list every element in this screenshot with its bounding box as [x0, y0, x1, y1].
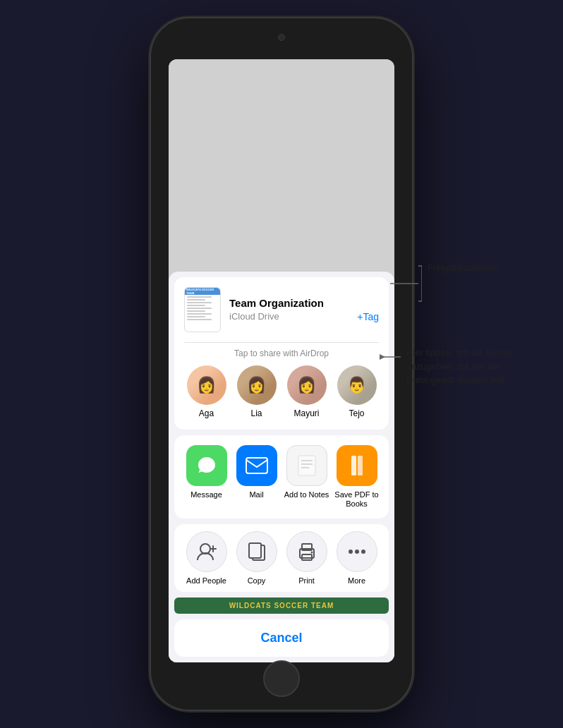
svg-point-15: [310, 552, 313, 554]
more-icon: [337, 531, 377, 572]
file-subtitle-row: iCloud Drive +Tag: [229, 311, 379, 322]
action-print[interactable]: Print: [283, 531, 331, 585]
callout-freigabe-text: Freigabeoptionen: [428, 261, 499, 275]
contact-name-aga: Aga: [199, 408, 214, 418]
svg-point-7: [200, 544, 210, 554]
mail-label: Mail: [249, 490, 263, 499]
thumbnail-line: [187, 305, 205, 306]
add-people-icon: [186, 531, 227, 572]
contact-avatar-mayuri: 👩: [287, 365, 327, 405]
file-subtitle: iCloud Drive: [229, 311, 279, 322]
avatar-aga-img: 👩: [187, 365, 226, 405]
share-option-mail[interactable]: Mail: [233, 445, 281, 499]
callout-person-text: Hier tippen, um die Person anzugeben, mi…: [406, 346, 521, 387]
contact-avatar-tejo: 👨: [337, 365, 377, 405]
action-more[interactable]: More: [333, 531, 381, 585]
avatar-tejo-img: 👨: [337, 365, 377, 405]
action-options-section: Add People Copy: [174, 524, 389, 592]
notes-icon: [286, 445, 327, 486]
copy-label: Copy: [248, 576, 266, 585]
screen: WILDCATS SOCCER TEAM: [169, 59, 394, 662]
thumbnail-content: [187, 296, 218, 329]
print-icon: [286, 531, 327, 572]
contact-aga[interactable]: 👩 Aga: [187, 365, 226, 418]
svg-rect-0: [246, 458, 267, 473]
share-options-section: Message Mail: [174, 435, 389, 518]
contact-mayuri[interactable]: 👩 Mayuri: [287, 365, 327, 418]
action-copy[interactable]: Copy: [233, 531, 281, 585]
share-option-books[interactable]: Save PDF to Books: [333, 445, 381, 509]
thumbnail-line: [187, 299, 205, 301]
print-label: Print: [298, 576, 315, 585]
home-button[interactable]: [263, 660, 300, 697]
file-header-section: WILDCATS SOCCER TEAM: [174, 277, 389, 430]
contact-avatar-aga: 👩: [187, 365, 226, 405]
contact-avatar-lia: 👩: [237, 365, 277, 405]
thumbnail-header: WILDCATS SOCCER TEAM: [185, 288, 220, 295]
share-option-message[interactable]: Message: [183, 445, 231, 499]
svg-point-16: [349, 550, 353, 554]
contact-lia[interactable]: 👩 Lia: [237, 365, 277, 418]
airdrop-contacts: 👩 Aga 👩 Lia 👩: [174, 365, 389, 424]
svg-rect-1: [298, 456, 315, 475]
svg-point-18: [361, 550, 365, 554]
thumbnail-line: [187, 310, 205, 312]
mail-icon: [236, 445, 277, 486]
wildcats-banner: WILDCATS SOCCER TEAM: [174, 597, 389, 614]
airdrop-label: Tap to share with AirDrop: [174, 348, 389, 358]
contact-name-lia: Lia: [250, 408, 262, 418]
books-icon: [337, 445, 377, 486]
thumbnail-line: [187, 319, 212, 320]
cancel-section: Cancel: [174, 619, 389, 657]
thumbnail-header-text: WILDCATS SOCCER TEAM: [186, 288, 219, 295]
file-header: WILDCATS SOCCER TEAM: [174, 277, 389, 342]
file-info: Team Organization iCloud Drive +Tag: [229, 297, 379, 322]
share-sheet: WILDCATS SOCCER TEAM: [169, 272, 394, 662]
add-people-label: Add People: [186, 576, 226, 585]
cancel-button[interactable]: Cancel: [174, 619, 389, 657]
books-label: Save PDF to Books: [333, 490, 381, 509]
svg-marker-21: [380, 354, 385, 360]
svg-rect-6: [358, 456, 363, 475]
svg-rect-5: [351, 456, 356, 475]
thumbnail-line: [187, 296, 212, 298]
action-options-row: Add People Copy: [181, 531, 382, 585]
contact-name-tejo: Tejo: [349, 408, 364, 418]
share-option-notes[interactable]: Add to Notes: [283, 445, 331, 499]
action-add-people[interactable]: Add People: [183, 531, 231, 585]
message-icon: [186, 445, 227, 486]
thumbnail-line: [187, 308, 212, 309]
svg-point-17: [355, 550, 359, 554]
contact-tejo[interactable]: 👨 Tejo: [337, 365, 377, 418]
thumbnail-line: [187, 302, 212, 303]
svg-rect-11: [249, 543, 261, 558]
more-label: More: [348, 576, 365, 585]
avatar-mayuri-img: 👩: [287, 365, 327, 405]
thumbnail-line: [187, 316, 205, 317]
notes-label: Add to Notes: [284, 490, 329, 499]
file-thumbnail: WILDCATS SOCCER TEAM: [184, 287, 221, 332]
share-options-row: Message Mail: [181, 445, 382, 509]
callout-person: Hier tippen, um die Person anzugeben, mi…: [380, 346, 521, 387]
avatar-lia-img: 👩: [237, 365, 277, 405]
message-label: Message: [190, 490, 222, 499]
airdrop-section: Tap to share with AirDrop 👩 Aga 👩: [174, 343, 389, 430]
callout-freigabe: Freigabeoptionen: [387, 261, 521, 305]
device: WILDCATS SOCCER TEAM: [151, 18, 412, 710]
contact-name-mayuri: Mayuri: [293, 408, 319, 418]
copy-icon: [236, 531, 277, 572]
camera: [278, 34, 285, 41]
file-title: Team Organization: [229, 297, 379, 310]
file-tag[interactable]: +Tag: [357, 311, 379, 322]
thumbnail-line: [187, 313, 212, 315]
